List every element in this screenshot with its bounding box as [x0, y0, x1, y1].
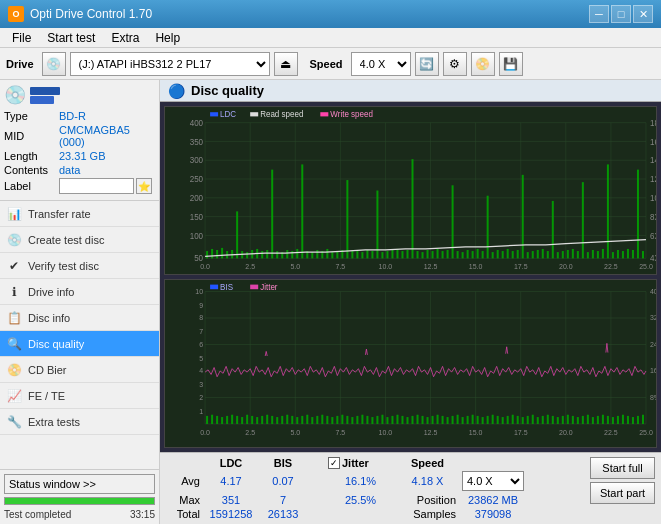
svg-rect-82	[381, 252, 383, 258]
disc-quality-icon: 🔍	[6, 336, 22, 352]
save-btn[interactable]: 💾	[499, 52, 523, 76]
svg-rect-216	[361, 415, 363, 424]
svg-rect-237	[467, 416, 469, 424]
nav-disc-quality[interactable]: 🔍 Disc quality	[0, 331, 159, 357]
nav-cd-bier[interactable]: 📀 CD Bier	[0, 357, 159, 383]
svg-rect-207	[316, 416, 318, 424]
position-value: 23862 MB	[462, 494, 524, 506]
svg-rect-55	[246, 252, 248, 258]
nav-fe-te[interactable]: 📈 FE / TE	[0, 383, 159, 409]
svg-rect-77	[356, 250, 358, 258]
jitter-check[interactable]: ✓ Jitter	[328, 457, 393, 469]
jitter-checkbox[interactable]: ✓	[328, 457, 340, 469]
drive-icon-btn[interactable]: 💿	[42, 52, 66, 76]
svg-rect-65	[296, 249, 298, 258]
svg-rect-195	[256, 417, 258, 424]
svg-text:32%: 32%	[650, 313, 656, 323]
svg-rect-225	[406, 417, 408, 424]
svg-rect-93	[437, 249, 439, 258]
avg-label: Avg	[166, 475, 204, 487]
settings-btn[interactable]: ⚙	[443, 52, 467, 76]
close-btn[interactable]: ✕	[633, 5, 653, 23]
svg-rect-208	[321, 415, 323, 424]
svg-rect-270	[632, 417, 634, 424]
svg-rect-60	[271, 170, 273, 259]
type-label: Type	[4, 110, 59, 122]
nav-verify-test-disc[interactable]: ✔ Verify test disc	[0, 253, 159, 279]
svg-rect-197	[266, 415, 268, 424]
extra-tests-icon: 🔧	[6, 414, 22, 430]
mid-value: CMCMAGBA5 (000)	[59, 124, 155, 148]
nav-disc-info[interactable]: 📋 Disc info	[0, 305, 159, 331]
svg-rect-101	[477, 249, 479, 258]
svg-rect-205	[306, 415, 308, 424]
drive-toolbar: Drive 💿 (J:) ATAPI iHBS312 2 PL17 ⏏ Spee…	[0, 48, 661, 80]
status-area: Status window >> Test completed 33:15	[0, 469, 159, 524]
svg-rect-203	[296, 417, 298, 424]
speed-select[interactable]: 4.0 X	[351, 52, 411, 76]
svg-rect-79	[366, 250, 368, 258]
svg-rect-210	[331, 417, 333, 424]
svg-rect-251	[537, 417, 539, 424]
total-ldc: 1591258	[206, 508, 256, 520]
svg-rect-50	[221, 248, 223, 258]
svg-rect-193	[246, 415, 248, 424]
menu-file[interactable]: File	[4, 29, 39, 47]
svg-text:0.0: 0.0	[200, 428, 210, 438]
nav-extra-tests[interactable]: 🔧 Extra tests	[0, 409, 159, 435]
menu-start-test[interactable]: Start test	[39, 29, 103, 47]
nav-create-test-disc[interactable]: 💿 Create test disc	[0, 227, 159, 253]
minimize-btn[interactable]: ─	[589, 5, 609, 23]
svg-rect-259	[577, 417, 579, 424]
menu-extra[interactable]: Extra	[103, 29, 147, 47]
nav-cd-bier-label: CD Bier	[28, 364, 67, 376]
svg-text:2: 2	[199, 392, 203, 402]
svg-rect-233	[447, 417, 449, 424]
status-window-btn[interactable]: Status window >>	[4, 474, 155, 494]
svg-rect-116	[552, 201, 554, 258]
svg-rect-247	[517, 416, 519, 424]
svg-rect-268	[622, 415, 624, 424]
maximize-btn[interactable]: □	[611, 5, 631, 23]
refresh-btn[interactable]: 🔄	[415, 52, 439, 76]
svg-rect-273	[210, 285, 218, 290]
svg-rect-196	[261, 416, 263, 424]
progress-bar	[5, 498, 154, 504]
svg-rect-117	[557, 252, 559, 258]
svg-rect-275	[250, 285, 258, 290]
speed-label: Speed	[310, 58, 343, 70]
svg-rect-102	[482, 251, 484, 258]
start-full-btn[interactable]: Start full	[590, 457, 655, 479]
svg-rect-94	[442, 251, 444, 258]
menu-help[interactable]: Help	[147, 29, 188, 47]
svg-rect-135	[210, 112, 218, 116]
drive-select[interactable]: (J:) ATAPI iHBS312 2 PL17	[70, 52, 270, 76]
svg-text:BIS: BIS	[220, 282, 233, 293]
nav-transfer-rate[interactable]: 📊 Transfer rate	[0, 201, 159, 227]
start-part-btn[interactable]: Start part	[590, 482, 655, 504]
nav-fe-te-label: FE / TE	[28, 390, 65, 402]
svg-text:10.0: 10.0	[379, 428, 393, 438]
svg-rect-239	[477, 416, 479, 424]
speed-select[interactable]: 4.0 X	[462, 471, 524, 491]
svg-text:20.0: 20.0	[559, 263, 573, 271]
svg-rect-100	[472, 251, 474, 258]
svg-text:12.5: 12.5	[424, 428, 438, 438]
svg-rect-48	[211, 249, 213, 258]
svg-rect-113	[537, 250, 539, 258]
label-icon-btn[interactable]: ⭐	[136, 178, 152, 194]
max-jitter: 25.5%	[328, 494, 393, 506]
disc-btn[interactable]: 📀	[471, 52, 495, 76]
svg-rect-105	[497, 250, 499, 258]
nav-drive-info[interactable]: ℹ Drive info	[0, 279, 159, 305]
label-input[interactable]	[59, 178, 134, 194]
svg-rect-211	[336, 416, 338, 424]
svg-rect-49	[216, 250, 218, 258]
eject-btn[interactable]: ⏏	[274, 52, 298, 76]
svg-rect-126	[602, 249, 604, 258]
svg-text:12X: 12X	[650, 175, 656, 184]
svg-rect-128	[612, 252, 614, 258]
start-buttons: Start full Start part	[590, 457, 655, 520]
svg-rect-224	[401, 416, 403, 424]
svg-text:10.0: 10.0	[379, 263, 393, 271]
